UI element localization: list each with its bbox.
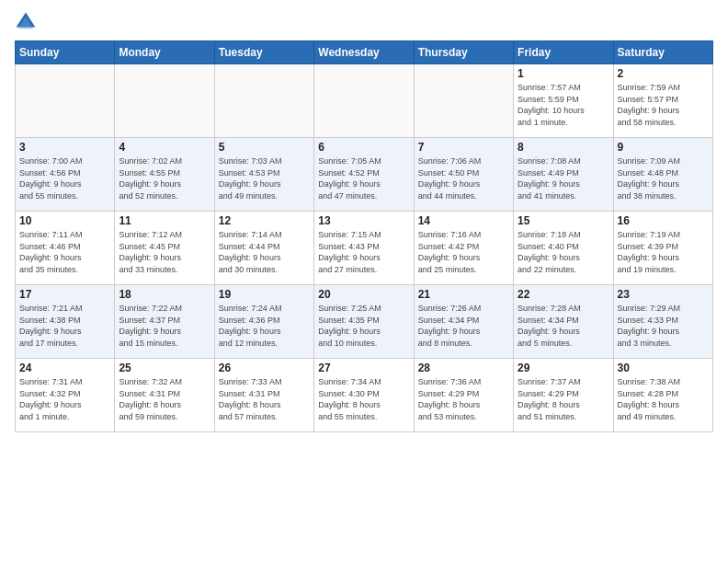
day-number: 18 <box>119 288 210 301</box>
calendar-cell: 8Sunrise: 7:08 AM Sunset: 4:49 PM Daylig… <box>514 138 613 212</box>
calendar-cell: 16Sunrise: 7:19 AM Sunset: 4:39 PM Dayli… <box>613 212 712 285</box>
day-number: 24 <box>19 362 110 374</box>
calendar-cell: 28Sunrise: 7:36 AM Sunset: 4:29 PM Dayli… <box>414 359 513 432</box>
day-number: 13 <box>318 214 409 227</box>
day-info: Sunrise: 7:11 AM Sunset: 4:46 PM Dayligh… <box>19 229 110 275</box>
day-info: Sunrise: 7:26 AM Sunset: 4:34 PM Dayligh… <box>418 303 509 349</box>
day-info: Sunrise: 7:31 AM Sunset: 4:32 PM Dayligh… <box>19 376 110 422</box>
calendar-cell: 6Sunrise: 7:05 AM Sunset: 4:52 PM Daylig… <box>314 138 414 212</box>
day-number: 17 <box>19 288 110 301</box>
calendar-header-monday: Monday <box>115 41 214 64</box>
day-number: 25 <box>119 362 210 374</box>
calendar-cell: 30Sunrise: 7:38 AM Sunset: 4:28 PM Dayli… <box>613 359 712 432</box>
day-info: Sunrise: 7:03 AM Sunset: 4:53 PM Dayligh… <box>219 155 310 201</box>
day-number: 20 <box>318 288 409 301</box>
day-number: 2 <box>618 67 709 80</box>
calendar-header-sunday: Sunday <box>16 41 115 64</box>
calendar-cell: 27Sunrise: 7:34 AM Sunset: 4:30 PM Dayli… <box>314 359 414 432</box>
calendar-cell: 15Sunrise: 7:18 AM Sunset: 4:40 PM Dayli… <box>514 212 613 285</box>
day-info: Sunrise: 7:32 AM Sunset: 4:31 PM Dayligh… <box>119 376 210 422</box>
calendar-cell: 21Sunrise: 7:26 AM Sunset: 4:34 PM Dayli… <box>414 285 513 359</box>
day-number: 29 <box>518 362 609 374</box>
calendar-week-row: 24Sunrise: 7:31 AM Sunset: 4:32 PM Dayli… <box>16 359 713 432</box>
day-number: 9 <box>618 141 709 154</box>
calendar-cell: 26Sunrise: 7:33 AM Sunset: 4:31 PM Dayli… <box>214 359 313 432</box>
calendar-cell: 29Sunrise: 7:37 AM Sunset: 4:29 PM Dayli… <box>514 359 613 432</box>
calendar-cell: 2Sunrise: 7:59 AM Sunset: 5:57 PM Daylig… <box>613 64 712 138</box>
calendar-header-friday: Friday <box>514 41 613 64</box>
calendar-cell <box>414 64 513 138</box>
calendar-cell <box>314 64 414 138</box>
day-info: Sunrise: 7:19 AM Sunset: 4:39 PM Dayligh… <box>618 229 709 275</box>
day-number: 1 <box>518 67 609 80</box>
calendar-cell: 5Sunrise: 7:03 AM Sunset: 4:53 PM Daylig… <box>214 138 313 212</box>
day-number: 26 <box>219 362 310 374</box>
day-number: 8 <box>518 141 609 154</box>
calendar-cell: 17Sunrise: 7:21 AM Sunset: 4:38 PM Dayli… <box>16 285 115 359</box>
calendar-header-wednesday: Wednesday <box>314 41 414 64</box>
day-info: Sunrise: 7:08 AM Sunset: 4:49 PM Dayligh… <box>518 155 609 201</box>
calendar-cell: 4Sunrise: 7:02 AM Sunset: 4:55 PM Daylig… <box>115 138 214 212</box>
calendar-week-row: 1Sunrise: 7:57 AM Sunset: 5:59 PM Daylig… <box>16 64 713 138</box>
calendar-header-thursday: Thursday <box>414 41 513 64</box>
day-info: Sunrise: 7:21 AM Sunset: 4:38 PM Dayligh… <box>19 303 110 349</box>
day-info: Sunrise: 7:09 AM Sunset: 4:48 PM Dayligh… <box>618 155 709 201</box>
calendar-cell: 7Sunrise: 7:06 AM Sunset: 4:50 PM Daylig… <box>414 138 513 212</box>
day-info: Sunrise: 7:59 AM Sunset: 5:57 PM Dayligh… <box>618 82 709 128</box>
day-number: 28 <box>418 362 509 374</box>
day-info: Sunrise: 7:25 AM Sunset: 4:35 PM Dayligh… <box>318 303 409 349</box>
calendar-cell <box>214 64 313 138</box>
day-info: Sunrise: 7:18 AM Sunset: 4:40 PM Dayligh… <box>518 229 609 275</box>
day-number: 30 <box>618 362 709 374</box>
day-number: 15 <box>518 214 609 227</box>
calendar-cell: 22Sunrise: 7:28 AM Sunset: 4:34 PM Dayli… <box>514 285 613 359</box>
calendar-cell: 20Sunrise: 7:25 AM Sunset: 4:35 PM Dayli… <box>314 285 414 359</box>
day-info: Sunrise: 7:15 AM Sunset: 4:43 PM Dayligh… <box>318 229 409 275</box>
day-number: 7 <box>418 141 509 154</box>
calendar-cell: 23Sunrise: 7:29 AM Sunset: 4:33 PM Dayli… <box>613 285 712 359</box>
day-info: Sunrise: 7:02 AM Sunset: 4:55 PM Dayligh… <box>119 155 210 201</box>
calendar-cell: 3Sunrise: 7:00 AM Sunset: 4:56 PM Daylig… <box>16 138 115 212</box>
day-number: 5 <box>219 141 310 154</box>
calendar-cell: 24Sunrise: 7:31 AM Sunset: 4:32 PM Dayli… <box>16 359 115 432</box>
calendar-table: SundayMondayTuesdayWednesdayThursdayFrid… <box>15 40 713 432</box>
day-number: 22 <box>518 288 609 301</box>
day-info: Sunrise: 7:16 AM Sunset: 4:42 PM Dayligh… <box>418 229 509 275</box>
calendar-cell: 25Sunrise: 7:32 AM Sunset: 4:31 PM Dayli… <box>115 359 214 432</box>
header <box>15 11 713 33</box>
calendar-page: SundayMondayTuesdayWednesdayThursdayFrid… <box>0 0 728 563</box>
day-number: 14 <box>418 214 509 227</box>
day-number: 6 <box>318 141 409 154</box>
calendar-cell <box>115 64 214 138</box>
calendar-week-row: 3Sunrise: 7:00 AM Sunset: 4:56 PM Daylig… <box>16 138 713 212</box>
day-number: 12 <box>219 214 310 227</box>
day-number: 4 <box>119 141 210 154</box>
day-info: Sunrise: 7:57 AM Sunset: 5:59 PM Dayligh… <box>518 82 609 128</box>
calendar-cell: 10Sunrise: 7:11 AM Sunset: 4:46 PM Dayli… <box>16 212 115 285</box>
day-info: Sunrise: 7:14 AM Sunset: 4:44 PM Dayligh… <box>219 229 310 275</box>
calendar-cell: 19Sunrise: 7:24 AM Sunset: 4:36 PM Dayli… <box>214 285 313 359</box>
day-info: Sunrise: 7:00 AM Sunset: 4:56 PM Dayligh… <box>19 155 110 201</box>
day-info: Sunrise: 7:06 AM Sunset: 4:50 PM Dayligh… <box>418 155 509 201</box>
day-info: Sunrise: 7:28 AM Sunset: 4:34 PM Dayligh… <box>518 303 609 349</box>
calendar-cell: 13Sunrise: 7:15 AM Sunset: 4:43 PM Dayli… <box>314 212 414 285</box>
calendar-cell <box>16 64 115 138</box>
calendar-header-tuesday: Tuesday <box>214 41 313 64</box>
day-number: 11 <box>119 214 210 227</box>
day-number: 3 <box>19 141 110 154</box>
calendar-header-saturday: Saturday <box>613 41 712 64</box>
logo-icon <box>15 11 37 33</box>
day-number: 10 <box>19 214 110 227</box>
day-number: 21 <box>418 288 509 301</box>
calendar-cell: 1Sunrise: 7:57 AM Sunset: 5:59 PM Daylig… <box>514 64 613 138</box>
day-info: Sunrise: 7:12 AM Sunset: 4:45 PM Dayligh… <box>119 229 210 275</box>
calendar-cell: 18Sunrise: 7:22 AM Sunset: 4:37 PM Dayli… <box>115 285 214 359</box>
calendar-week-row: 10Sunrise: 7:11 AM Sunset: 4:46 PM Dayli… <box>16 212 713 285</box>
calendar-cell: 9Sunrise: 7:09 AM Sunset: 4:48 PM Daylig… <box>613 138 712 212</box>
day-info: Sunrise: 7:37 AM Sunset: 4:29 PM Dayligh… <box>518 376 609 422</box>
day-info: Sunrise: 7:24 AM Sunset: 4:36 PM Dayligh… <box>219 303 310 349</box>
day-number: 16 <box>618 214 709 227</box>
calendar-cell: 12Sunrise: 7:14 AM Sunset: 4:44 PM Dayli… <box>214 212 313 285</box>
day-info: Sunrise: 7:29 AM Sunset: 4:33 PM Dayligh… <box>618 303 709 349</box>
logo <box>15 11 40 33</box>
